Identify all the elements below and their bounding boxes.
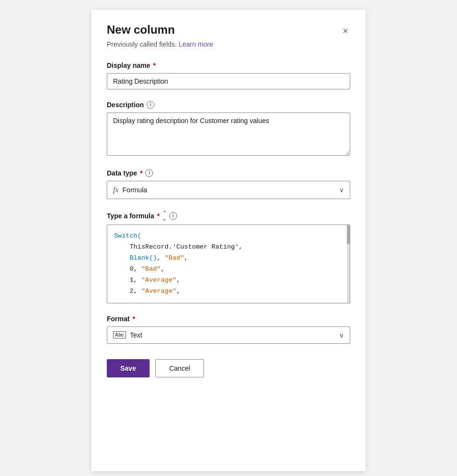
data-type-select-display[interactable]: fx Formula ∨ bbox=[107, 181, 350, 199]
formula-editor[interactable]: Switch( ThisRecord.'Customer Rating', Bl… bbox=[107, 225, 350, 303]
display-name-group: Display name * bbox=[107, 62, 350, 89]
data-type-info-icon[interactable]: i bbox=[145, 169, 153, 177]
formula-line-5: 1, "Average", bbox=[114, 275, 343, 286]
format-select-display[interactable]: Abc Text ∨ bbox=[107, 326, 350, 344]
data-type-select[interactable]: fx Formula ∨ bbox=[107, 181, 350, 199]
format-group: Format * Abc Text ∨ bbox=[107, 315, 350, 344]
sort-icon[interactable]: ⌃ ⌃ bbox=[163, 211, 166, 221]
cancel-button[interactable]: Cancel bbox=[155, 359, 204, 377]
description-input[interactable]: Display rating description for Customer … bbox=[107, 113, 350, 156]
format-select-left: Abc Text bbox=[113, 331, 142, 339]
formula-line-6: 2, "Average", bbox=[114, 286, 343, 297]
learn-more-link[interactable]: Learn more bbox=[178, 40, 213, 48]
display-name-label: Display name * bbox=[107, 62, 350, 69]
data-type-label: Data type * i bbox=[107, 169, 350, 177]
scrollbar-thumb[interactable] bbox=[347, 225, 350, 244]
formula-line-3: Blank(), "Bad", bbox=[114, 253, 343, 264]
footer-buttons: Save Cancel bbox=[107, 359, 350, 377]
formula-line-4: 0, "Bad", bbox=[114, 264, 343, 275]
scrollbar-track bbox=[347, 225, 350, 303]
save-button[interactable]: Save bbox=[107, 359, 150, 377]
required-indicator-4: * bbox=[132, 315, 135, 323]
required-indicator-2: * bbox=[140, 169, 142, 177]
data-type-value: Formula bbox=[123, 186, 147, 194]
formula-section: Type a formula * ⌃ ⌃ i Switch( ThisRecor… bbox=[107, 211, 350, 303]
modal-title: New column bbox=[107, 23, 175, 37]
format-value: Text bbox=[130, 331, 142, 339]
required-indicator: * bbox=[153, 62, 155, 69]
required-indicator-3: * bbox=[157, 212, 160, 220]
formula-line-2: ThisRecord.'Customer Rating', bbox=[114, 242, 343, 253]
data-type-group: Data type * i fx Formula ∨ bbox=[107, 169, 350, 199]
format-label: Format * bbox=[107, 315, 350, 323]
formula-info-icon[interactable]: i bbox=[169, 212, 177, 220]
description-label: Description i bbox=[107, 101, 350, 109]
fx-icon: fx bbox=[113, 186, 119, 194]
data-type-select-left: fx Formula bbox=[113, 186, 147, 194]
abc-icon: Abc bbox=[113, 331, 126, 338]
display-name-input[interactable] bbox=[107, 73, 350, 89]
chevron-down-icon: ∨ bbox=[339, 186, 344, 194]
formula-label: Type a formula * ⌃ ⌃ i bbox=[107, 211, 350, 221]
modal-header: New column × bbox=[107, 23, 350, 38]
description-group: Description i Display rating description… bbox=[107, 101, 350, 158]
new-column-modal: New column × Previously called fields. L… bbox=[91, 10, 366, 471]
formula-line-1: Switch( bbox=[114, 231, 343, 242]
format-select[interactable]: Abc Text ∨ bbox=[107, 326, 350, 344]
close-button[interactable]: × bbox=[341, 24, 350, 38]
modal-subtitle: Previously called fields. Learn more bbox=[107, 40, 350, 48]
description-info-icon[interactable]: i bbox=[147, 101, 154, 109]
format-chevron-icon: ∨ bbox=[339, 331, 344, 339]
